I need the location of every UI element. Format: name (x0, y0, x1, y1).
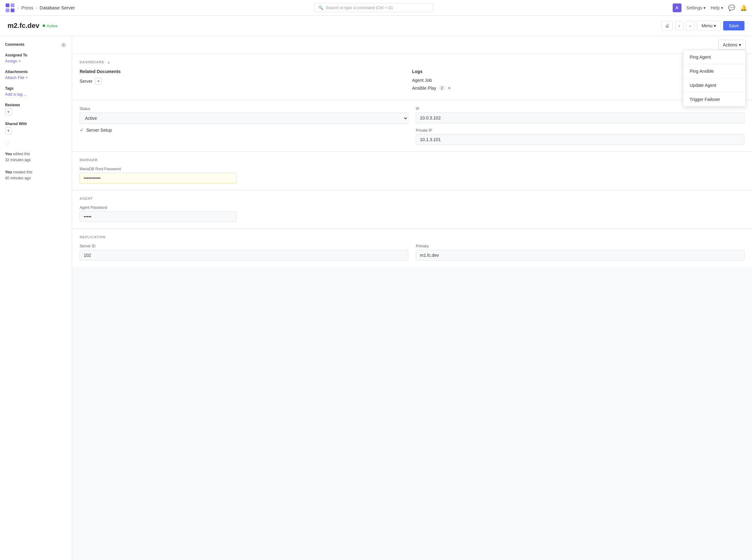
history-2-time: 40 minutes ago (5, 175, 67, 181)
collapse-icon[interactable]: ▲ (107, 60, 111, 64)
status-dot (43, 24, 45, 27)
server-label: Server (80, 79, 93, 84)
heart-icon[interactable]: ♡ (5, 140, 67, 147)
private-ip-input[interactable] (416, 134, 745, 145)
attachments-section: Attachments Attach File + (5, 69, 67, 80)
mariadb-root-password-label: MariaDB Root Password (80, 167, 745, 171)
server-id-input[interactable] (80, 250, 408, 261)
server-id-label: Server ID (80, 244, 408, 248)
ip-input[interactable] (416, 113, 745, 123)
dashboard-section: DASHBOARD ▲ Related Documents Server + L… (72, 54, 752, 100)
assigned-to-section: Assigned To Assign + (5, 53, 67, 63)
chevron-icon-2: › (36, 6, 37, 10)
main-layout: Comments 0 Assigned To Assign + Attachme… (0, 36, 752, 560)
server-id-group: Server ID (80, 244, 408, 261)
assign-button[interactable]: Assign + (5, 59, 21, 63)
navigate-forward-button[interactable]: › (686, 21, 694, 31)
history-2-you: You (5, 170, 12, 174)
plus-icon: + (19, 59, 21, 63)
status-text: Active (47, 23, 58, 28)
dropdown-item-ping-agent[interactable]: Ping Agent (683, 50, 746, 64)
assigned-to-label: Assigned To (5, 53, 67, 57)
ansible-play-label: Ansible Play (412, 86, 436, 91)
actions-chevron-icon: ▾ (739, 42, 741, 47)
mariadb-section: MARIADB MariaDB Root Password (72, 152, 752, 190)
settings-label: Settings (687, 5, 702, 11)
dropdown-item-update-agent[interactable]: Update Agent (683, 78, 746, 93)
content: Actions ▾ Ping Agent Ping Ansible Update… (72, 36, 752, 560)
replication-section: REPLICATION Server ID Primary (72, 229, 752, 267)
ping-agent-label: Ping Agent (690, 55, 711, 60)
svg-rect-2 (6, 8, 9, 12)
agent-password-input[interactable] (80, 211, 236, 222)
comments-label: Comments (5, 42, 24, 47)
comments-count: 0 (60, 43, 67, 48)
search-icon: 🔍 (318, 5, 323, 10)
nav-right: A Settings ▾ Help ▾ 💬 🔔 (673, 3, 747, 12)
actions-bar: Actions ▾ Ping Agent Ping Ansible Update… (72, 36, 752, 54)
breadcrumb-current: Database Server (40, 5, 75, 11)
primary-input[interactable] (416, 250, 745, 261)
avatar: A (673, 3, 681, 12)
chat-icon-button[interactable]: 💬 (728, 4, 735, 11)
ip-label: IP (416, 106, 745, 111)
menu-button[interactable]: Menu ▾ (697, 21, 721, 31)
mariadb-root-password-input[interactable] (80, 173, 236, 183)
mariadb-password-group: MariaDB Root Password (80, 167, 745, 183)
menu-label: Menu (701, 23, 712, 28)
actions-dropdown-button[interactable]: Actions ▾ (718, 40, 746, 50)
related-docs-title: Related Documents (80, 69, 412, 74)
history-1-you: You (5, 152, 12, 156)
agent-section-title: AGENT (80, 197, 745, 200)
search-box[interactable]: 🔍 Search or type a command (Ctrl + G) (314, 3, 433, 12)
reviews-section: Reviews + (5, 103, 67, 115)
actions-label: Actions (723, 42, 737, 47)
breadcrumb: › Press › Database Server (18, 5, 75, 11)
svg-rect-0 (6, 3, 9, 7)
help-button[interactable]: Help ▾ (711, 5, 723, 11)
add-tag-button[interactable]: Add a tag ... (5, 92, 27, 97)
svg-rect-3 (11, 8, 15, 12)
status-section: Status Active ✓ Server Setup IP Private … (72, 100, 752, 151)
replication-section-title: REPLICATION (80, 235, 745, 239)
dashboard-grid: Related Documents Server + Logs Agent Jo… (80, 69, 745, 94)
status-badge: Active (43, 23, 58, 28)
dropdown-item-trigger-failover[interactable]: Trigger Failover (683, 93, 746, 106)
save-button[interactable]: Save (723, 21, 745, 31)
add-review-button[interactable]: + (5, 108, 12, 115)
tags-section: Tags Add a tag ... (5, 86, 67, 97)
status-group: Status Active ✓ Server Setup (80, 106, 408, 145)
comments-section: Comments 0 (5, 42, 67, 48)
trigger-failover-label: Trigger Failover (690, 97, 720, 102)
server-doc-item: Server + (80, 78, 412, 85)
help-label: Help (711, 5, 720, 11)
add-ansible-play-button[interactable]: + (448, 85, 451, 91)
attach-file-label: Attach File (5, 75, 24, 80)
page-title-area: m2.fc.dev Active (7, 22, 58, 30)
add-tag-label: Add a tag ... (5, 92, 27, 97)
related-docs-col: Related Documents Server + (80, 69, 412, 94)
attach-file-button[interactable]: Attach File + (5, 75, 28, 80)
status-select[interactable]: Active (80, 113, 408, 124)
mariadb-section-title: MARIADB (80, 158, 745, 162)
agent-password-label: Agent Password (80, 205, 745, 210)
private-ip-label: Private IP (416, 128, 745, 133)
dropdown-item-ping-ansible[interactable]: Ping Ansible (683, 64, 746, 78)
notification-bell-button[interactable]: 🔔 (740, 4, 747, 11)
breadcrumb-parent[interactable]: Press (21, 5, 33, 11)
navigate-back-button[interactable]: ‹ (675, 21, 684, 31)
actions-dropdown-menu: Ping Agent Ping Ansible Update Agent Tri… (683, 50, 746, 106)
primary-group: Primary (416, 244, 745, 261)
server-setup-check: ✓ Server Setup (80, 127, 408, 133)
chevron-down-icon-2: ▾ (721, 5, 723, 11)
add-server-button[interactable]: + (95, 78, 102, 85)
add-shared-button[interactable]: + (5, 127, 12, 134)
shared-with-label: Shared With (5, 122, 67, 126)
settings-button[interactable]: Settings ▾ (687, 5, 706, 11)
update-agent-label: Update Agent (690, 83, 716, 88)
print-button[interactable]: 🖨 (661, 21, 673, 31)
page-actions: 🖨 ‹ › Menu ▾ Save (661, 21, 745, 31)
nav-logo[interactable] (5, 3, 15, 13)
page-title: m2.fc.dev (7, 22, 40, 30)
sidebar-history: You edited this 32 minutes ago You creat… (5, 151, 67, 181)
